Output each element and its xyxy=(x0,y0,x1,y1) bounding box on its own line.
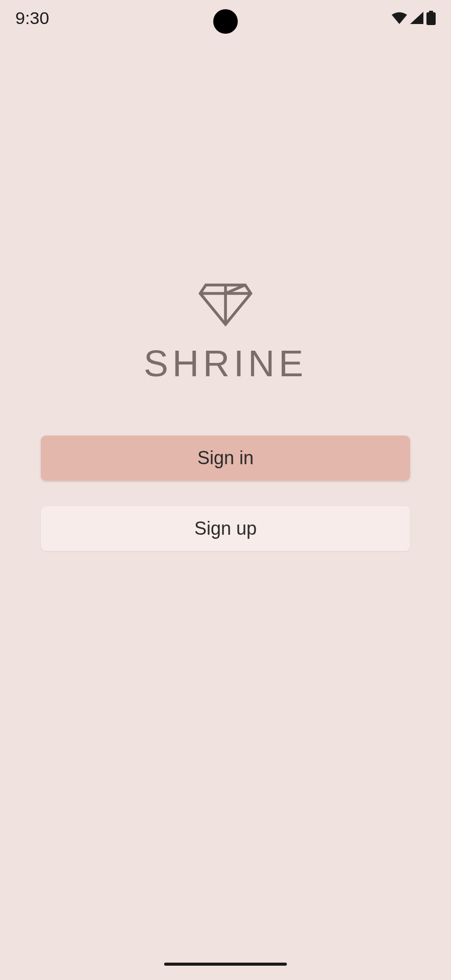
main-content: SHRINE Sign in Sign up xyxy=(0,271,451,551)
status-icons xyxy=(392,11,436,25)
wifi-icon xyxy=(392,12,407,24)
battery-icon xyxy=(426,11,436,25)
status-time: 9:30 xyxy=(15,8,49,28)
status-bar: 9:30 xyxy=(0,0,451,36)
cellular-signal-icon xyxy=(410,12,423,24)
svg-rect-0 xyxy=(429,11,433,12)
svg-rect-1 xyxy=(426,12,436,25)
diamond-icon xyxy=(197,271,254,327)
app-title: SHRINE xyxy=(144,343,307,384)
signup-button[interactable]: Sign up xyxy=(41,506,410,551)
signin-button[interactable]: Sign in xyxy=(41,436,410,481)
camera-notch xyxy=(213,9,238,34)
button-container: Sign in Sign up xyxy=(0,436,451,551)
logo-section: SHRINE xyxy=(144,271,307,384)
home-indicator[interactable] xyxy=(164,963,287,966)
